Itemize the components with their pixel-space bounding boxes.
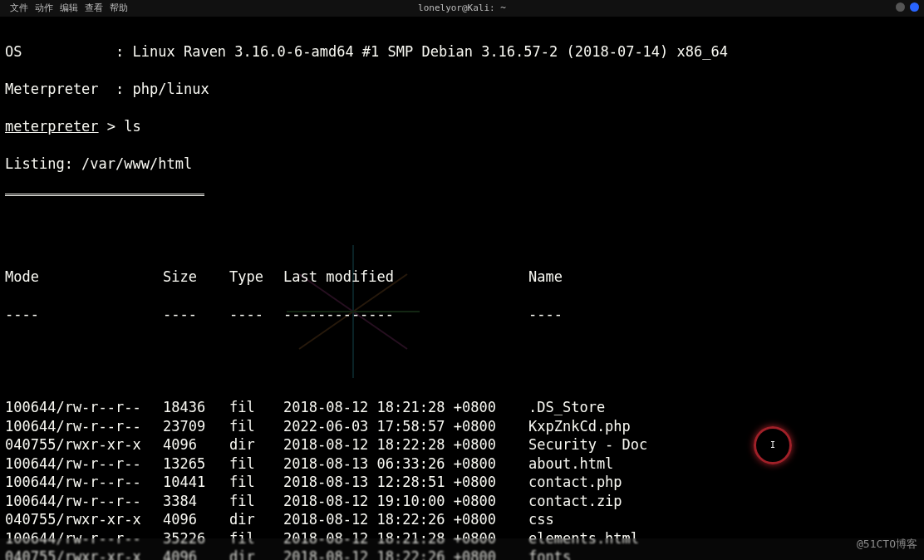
cell-name: Security - Doc xyxy=(528,435,647,454)
table-row: 100644/rw-r--r--18436fil2018-08-12 18:21… xyxy=(5,398,919,417)
rule-icon xyxy=(5,194,204,196)
cell-time: 2018-08-13 06:33:26 +0800 xyxy=(283,454,528,474)
prompt-line: meterpreter > ls xyxy=(5,117,919,136)
cell-size: 23709 xyxy=(163,417,229,436)
cell-type: fil xyxy=(229,492,283,511)
cell-mode: 100644/rw-r--r-- xyxy=(5,492,163,511)
prompt-command: ls xyxy=(124,118,140,135)
cell-name: contact.zip xyxy=(528,492,622,511)
col-size: Size xyxy=(163,268,229,287)
cell-time: 2018-08-12 18:22:26 +0800 xyxy=(283,510,528,529)
menu-bar: 文件 动作 编辑 查看 帮助 xyxy=(0,0,128,17)
cell-mode: 040755/rwxr-xr-x xyxy=(5,435,163,454)
col-time: Last modified xyxy=(283,268,528,287)
table-row: 100644/rw-r--r--3384fil2018-08-12 19:10:… xyxy=(5,492,919,511)
cell-time: 2022-06-03 17:58:57 +0800 xyxy=(283,417,528,436)
cell-type: fil xyxy=(229,454,283,474)
cell-time: 2018-08-12 18:22:28 +0800 xyxy=(283,435,528,454)
table-row: 100644/rw-r--r--10441fil2018-08-13 12:28… xyxy=(5,473,919,492)
cell-type: dir xyxy=(229,435,283,454)
table-header-rule: ----------------------------- xyxy=(5,305,919,324)
table-row: 100644/rw-r--r--13265fil2018-08-13 06:33… xyxy=(5,454,919,474)
spacer xyxy=(5,212,919,230)
table-header-row: ModeSizeTypeLast modifiedName xyxy=(5,268,919,287)
table-row: 040755/rwxr-xr-x4096dir2018-08-12 18:22:… xyxy=(5,435,919,454)
terminal[interactable]: OS : Linux Raven 3.16.0-6-amd64 #1 SMP D… xyxy=(0,17,924,560)
menu-action[interactable]: 动作 xyxy=(35,0,53,17)
cell-name: KxpZnkCd.php xyxy=(528,417,631,436)
tray-dot-icon[interactable] xyxy=(896,2,905,12)
sysinfo-meterpreter-line: Meterpreter : php/linux xyxy=(5,80,919,99)
cell-time: 2018-08-13 12:28:51 +0800 xyxy=(283,473,528,492)
cell-size: 13265 xyxy=(163,454,229,474)
cell-size: 18436 xyxy=(163,398,229,417)
cell-mode: 100644/rw-r--r-- xyxy=(5,473,163,492)
table-row: 040755/rwxr-xr-x4096dir2018-08-12 18:22:… xyxy=(5,510,919,529)
prompt-gt: > xyxy=(107,118,116,135)
cell-mode: 100644/rw-r--r-- xyxy=(5,417,163,436)
cell-type: fil xyxy=(229,398,283,417)
cell-type: fil xyxy=(229,417,283,436)
cell-type: fil xyxy=(229,473,283,492)
cell-mode: 040755/rwxr-xr-x xyxy=(5,510,163,529)
cell-name: .DS_Store xyxy=(528,398,605,417)
file-table: 100644/rw-r--r--18436fil2018-08-12 18:21… xyxy=(5,398,919,560)
cell-mode: 100644/rw-r--r-- xyxy=(5,454,163,474)
col-mode: Mode xyxy=(5,268,163,287)
cell-size: 10441 xyxy=(163,473,229,492)
window-tray xyxy=(896,2,919,12)
cell-name: about.html xyxy=(528,454,613,474)
cell-name: contact.php xyxy=(528,473,622,492)
window-title: lonelyor@Kali: ~ xyxy=(0,0,924,17)
table-row: 100644/rw-r--r--23709fil2022-06-03 17:58… xyxy=(5,417,919,436)
tray-dot-icon[interactable] xyxy=(910,2,919,12)
cell-time: 2018-08-12 19:10:00 +0800 xyxy=(283,492,528,511)
col-name: Name xyxy=(528,268,563,287)
cell-size: 4096 xyxy=(163,510,229,529)
prompt-label: meterpreter xyxy=(5,118,99,135)
cell-size: 3384 xyxy=(163,492,229,511)
menu-edit[interactable]: 编辑 xyxy=(60,0,78,17)
watermark-text: @51CTO博客 xyxy=(857,535,917,554)
cell-size: 4096 xyxy=(163,435,229,454)
sysinfo-os-line: OS : Linux Raven 3.16.0-6-amd64 #1 SMP D… xyxy=(5,42,919,61)
cell-name: css xyxy=(528,510,554,529)
menu-view[interactable]: 查看 xyxy=(85,0,103,17)
listing-header: Listing: /var/www/html xyxy=(5,155,919,174)
spacer xyxy=(5,342,919,361)
bottom-blur xyxy=(0,538,924,560)
window-topbar: 文件 动作 编辑 查看 帮助 lonelyor@Kali: ~ xyxy=(0,0,924,17)
cell-mode: 100644/rw-r--r-- xyxy=(5,398,163,417)
menu-help[interactable]: 帮助 xyxy=(110,0,128,17)
col-type: Type xyxy=(229,268,283,287)
cell-type: dir xyxy=(229,510,283,529)
menu-file[interactable]: 文件 xyxy=(10,0,28,17)
cell-time: 2018-08-12 18:21:28 +0800 xyxy=(283,398,528,417)
